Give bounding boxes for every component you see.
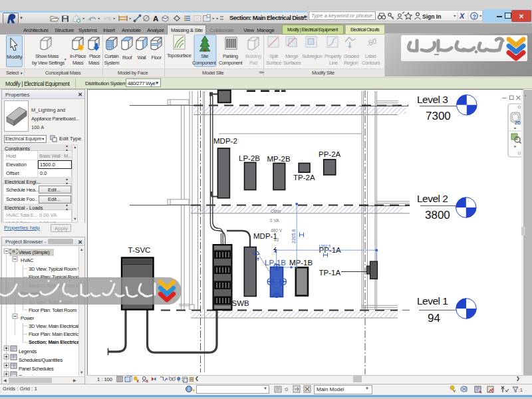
svg-text:Level 1: Level 1 [417, 295, 448, 307]
svg-text:#3: #3 [274, 237, 279, 242]
svg-text:3800: 3800 [425, 209, 450, 221]
svg-text::1: :1 [519, 388, 523, 392]
svg-text:LP-2B: LP-2B [239, 154, 260, 162]
svg-text:PP-2A: PP-2A [319, 150, 341, 158]
svg-text:Sign In: Sign In [422, 13, 441, 20]
svg-text:2205.6: 2205.6 [291, 229, 296, 243]
svg-text:2D: 2D [515, 120, 521, 125]
svg-text:?: ? [473, 13, 477, 20]
svg-text:X: X [459, 12, 465, 20]
svg-text:Level 2: Level 2 [417, 193, 448, 204]
svg-text:MDP-2: MDP-2 [213, 137, 237, 145]
svg-text:0 VA: 0 VA [270, 218, 279, 223]
svg-text:LP-1B: LP-1B [265, 259, 286, 267]
svg-text:MP-1B: MP-1B [289, 259, 313, 267]
svg-text:T-SVC: T-SVC [128, 246, 151, 254]
svg-text:Other: Other [271, 209, 282, 213]
svg-text:TP-1A: TP-1A [319, 269, 341, 277]
svg-text:MP-2B: MP-2B [267, 155, 291, 163]
svg-text:Level 3: Level 3 [417, 94, 448, 105]
svg-text:x: x [137, 378, 140, 383]
svg-text:94: 94 [428, 312, 440, 325]
svg-text:1352.5: 1352.5 [319, 244, 331, 248]
svg-text:TP-2A: TP-2A [293, 174, 315, 182]
svg-text:SWB: SWB [232, 299, 250, 307]
svg-text:480 V: 480 V [271, 228, 283, 233]
svg-text:x: x [146, 378, 149, 383]
svg-text:A: A [153, 15, 158, 23]
svg-text:7300: 7300 [426, 110, 451, 122]
